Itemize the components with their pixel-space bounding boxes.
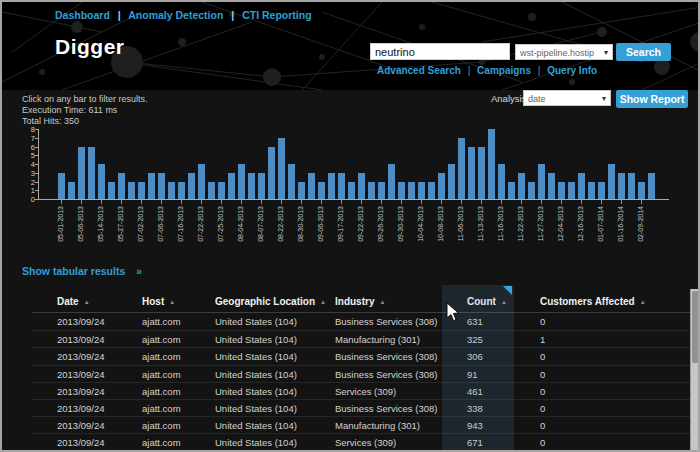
table-row[interactable]: 2013/09/24ajatt.comUnited States (104)Ma… (32, 330, 692, 347)
analysis-dropdown[interactable]: ▾ date (523, 90, 611, 106)
column-header-label: Customers Affected (540, 296, 635, 307)
table-cell: 0 (514, 313, 692, 330)
query-info-link[interactable]: Query Info (547, 65, 597, 76)
chart-bar[interactable] (258, 173, 265, 199)
show-tabular-results-link[interactable]: Show tabular results » (22, 265, 142, 277)
chart-bar[interactable] (238, 164, 245, 199)
x-tick-mark (181, 200, 182, 204)
chart-bar[interactable] (578, 173, 585, 199)
show-report-button[interactable]: Show Report (616, 90, 688, 108)
chart-bar[interactable] (538, 164, 545, 199)
chart-bar[interactable] (438, 173, 445, 199)
chart-bar[interactable] (368, 182, 375, 200)
chart-bar[interactable] (248, 173, 255, 199)
chart-bar[interactable] (498, 164, 505, 199)
column-header-host[interactable]: Host▲ (137, 290, 207, 312)
chart-bar[interactable] (218, 182, 225, 200)
chart-bar[interactable] (168, 182, 175, 200)
table-row[interactable]: 2013/09/24ajatt.comUnited States (104)Ma… (32, 416, 692, 433)
chart-bar[interactable] (268, 147, 275, 200)
column-header-count[interactable]: Count▲ (442, 290, 514, 312)
chart-bar[interactable] (138, 182, 145, 200)
chart-bar[interactable] (68, 182, 75, 200)
chart-bar[interactable] (208, 182, 215, 200)
x-tick-mark (141, 200, 142, 204)
column-header-date[interactable]: Date▲ (32, 290, 137, 312)
search-field-dropdown[interactable]: ▾ wst-pipeline.hostip (515, 44, 613, 60)
chart-bar[interactable] (78, 147, 85, 200)
search-button[interactable]: Search (616, 43, 671, 61)
chart-bar[interactable] (448, 164, 455, 199)
chart-bar[interactable] (278, 138, 285, 199)
chart-bar[interactable] (608, 164, 615, 199)
chevron-down-icon: ▾ (602, 92, 606, 106)
x-tick-label: 08-30-2013 (297, 206, 304, 242)
chart-bar[interactable] (598, 182, 605, 200)
table-row[interactable]: 2013/09/24ajatt.comUnited States (104)Se… (32, 433, 692, 450)
chart-bar[interactable] (638, 182, 645, 200)
chart-bar[interactable] (128, 182, 135, 200)
column-header-customers-affected[interactable]: Customers Affected▲ (514, 290, 692, 312)
chart-bar[interactable] (648, 173, 655, 199)
chart-bar[interactable] (58, 173, 65, 199)
chart-bar[interactable] (308, 173, 315, 199)
chart-bar[interactable] (478, 147, 485, 200)
results-table: Date▲Host▲Geographic Location▲Industry▲C… (32, 290, 692, 451)
table-row[interactable]: 2013/09/24ajatt.comUnited States (104)Bu… (32, 399, 692, 416)
chart-bar[interactable] (548, 173, 555, 199)
chart-bar[interactable] (198, 164, 205, 199)
nav-item-cti-reporting[interactable]: CTI Reporting (242, 9, 311, 21)
chart-bar[interactable] (458, 138, 465, 199)
chart-bar[interactable] (118, 173, 125, 199)
chevron-right-icon: » (136, 266, 142, 277)
x-tick-label: 11-06-2013 (457, 206, 464, 241)
advanced-search-link[interactable]: Advanced Search (377, 65, 461, 76)
chart-bar[interactable] (318, 182, 325, 200)
chart-bar[interactable] (558, 182, 565, 200)
chart-bar[interactable] (628, 173, 635, 199)
chart-bar[interactable] (108, 182, 115, 200)
chart-bar[interactable] (408, 182, 415, 200)
chart-bar[interactable] (488, 129, 495, 199)
chart-bar[interactable] (618, 173, 625, 199)
chart-bar[interactable] (428, 182, 435, 200)
chart-bar[interactable] (148, 173, 155, 199)
nav-item-anomaly-detection[interactable]: Anomaly Detection (128, 9, 223, 21)
chart-bar[interactable] (378, 182, 385, 200)
table-row[interactable]: 2013/09/24ajatt.comUnited States (104)Bu… (32, 313, 692, 330)
chart-bar[interactable] (418, 182, 425, 200)
chart-bar[interactable] (398, 182, 405, 200)
search-input[interactable] (370, 43, 510, 60)
chart-bar[interactable] (338, 173, 345, 199)
chart-bar[interactable] (288, 164, 295, 199)
table-row[interactable]: 2013/09/24ajatt.comUnited States (104)Bu… (32, 365, 692, 382)
table-cell: ajatt.com (137, 331, 207, 347)
scrollbar-thumb[interactable] (692, 291, 699, 363)
chart-bar[interactable] (568, 182, 575, 200)
chart-bar[interactable] (358, 173, 365, 199)
column-header-geographic-location[interactable]: Geographic Location▲ (207, 290, 327, 312)
table-cell: Business Services (308) (327, 348, 442, 364)
chart-bar[interactable] (178, 182, 185, 200)
chart-bar[interactable] (518, 173, 525, 199)
chart-bar[interactable] (228, 173, 235, 199)
nav-item-dashboard[interactable]: Dashboard (55, 9, 110, 21)
table-row[interactable]: 2013/09/24ajatt.comUnited States (104)Se… (32, 382, 692, 399)
chart-bar[interactable] (158, 173, 165, 199)
chart-bar[interactable] (388, 164, 395, 199)
chart-bar[interactable] (188, 173, 195, 199)
chart-bar[interactable] (528, 182, 535, 200)
chart-bar[interactable] (468, 147, 475, 200)
table-row[interactable]: 2013/09/24ajatt.comUnited States (104)Bu… (32, 347, 692, 364)
chart-bar[interactable] (98, 164, 105, 199)
chart-bar[interactable] (508, 182, 515, 200)
column-header-industry[interactable]: Industry▲ (327, 290, 442, 312)
chart-bar[interactable] (298, 182, 305, 200)
chart-bar[interactable] (88, 147, 95, 200)
chart-bar[interactable] (328, 173, 335, 199)
x-tick-mark (501, 200, 502, 204)
chart-bar[interactable] (348, 182, 355, 200)
chart-bar[interactable] (588, 182, 595, 200)
table-scrollbar[interactable] (690, 289, 699, 450)
campaigns-link[interactable]: Campaigns (477, 65, 531, 76)
